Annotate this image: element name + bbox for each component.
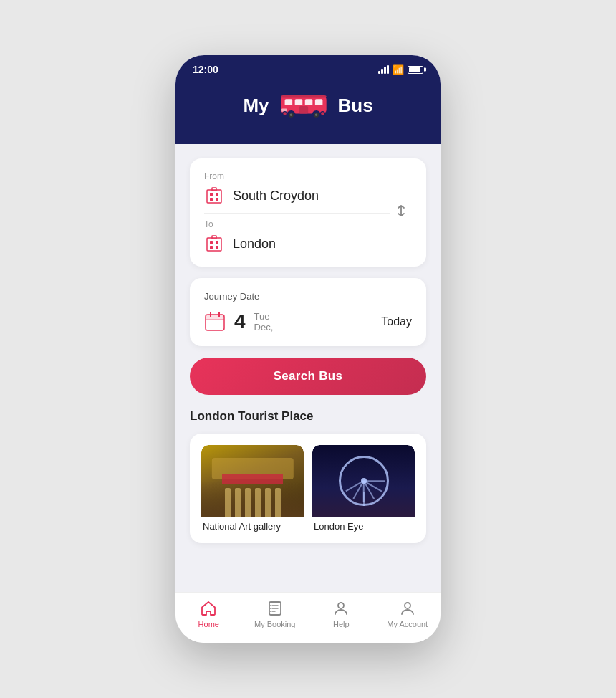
help-icon: [332, 600, 350, 617]
svg-point-13: [289, 113, 292, 116]
calendar-icon: [204, 311, 226, 333]
status-icons: 📶: [378, 64, 423, 75]
date-month-info: Tue Dec,: [254, 311, 274, 333]
bus-icon: [278, 87, 329, 124]
svg-rect-27: [210, 246, 213, 249]
date-left: 4 Tue Dec,: [204, 310, 273, 333]
national-gallery-image: [201, 445, 304, 517]
status-bar: 12:00 📶: [175, 55, 441, 75]
svg-rect-5: [299, 106, 307, 114]
svg-rect-25: [210, 241, 213, 244]
svg-rect-4: [314, 99, 322, 105]
today-label: Today: [381, 315, 412, 328]
nav-help[interactable]: Help: [319, 600, 362, 628]
svg-rect-21: [210, 198, 213, 201]
to-label: To: [204, 219, 390, 229]
svg-point-40: [270, 608, 271, 609]
date-card: Journey Date 4 Tue Dec,: [190, 278, 426, 346]
route-info: From South Croydon To: [204, 171, 390, 254]
tourist-section-title: London Tourist Place: [190, 409, 426, 424]
route-card: From South Croydon To: [190, 158, 426, 267]
svg-rect-18: [207, 190, 221, 203]
svg-point-8: [283, 112, 286, 115]
nav-my-account[interactable]: My Account: [386, 600, 429, 628]
phone-frame: 12:00 📶 My: [175, 55, 441, 643]
national-gallery-name: National Art gallery: [201, 517, 304, 532]
wifi-icon: 📶: [393, 64, 404, 75]
battery-icon: [408, 66, 423, 74]
date-day-of-week: Tue: [254, 311, 274, 322]
svg-rect-19: [210, 193, 213, 196]
to-row[interactable]: London: [204, 234, 390, 254]
app-header: My: [175, 75, 441, 144]
main-content: From South Croydon To: [175, 144, 441, 592]
search-bus-button[interactable]: Search Bus: [190, 358, 426, 395]
svg-point-41: [270, 611, 271, 612]
svg-rect-26: [216, 241, 218, 244]
help-label: Help: [333, 620, 350, 628]
gallery-banner: [222, 474, 284, 484]
svg-rect-28: [216, 246, 218, 249]
gallery-columns: [225, 488, 281, 517]
tourist-item-national-gallery[interactable]: National Art gallery: [201, 445, 304, 532]
tourist-item-london-eye[interactable]: London Eye: [312, 445, 415, 532]
signal-icon: [378, 65, 389, 74]
date-row[interactable]: 4 Tue Dec, Today: [204, 310, 412, 333]
booking-label: My Booking: [254, 620, 295, 628]
tourist-grid: National Art gallery: [201, 445, 415, 532]
svg-rect-34: [206, 315, 224, 320]
svg-rect-22: [216, 198, 218, 201]
svg-point-16: [314, 113, 317, 116]
status-time: 12:00: [193, 64, 218, 75]
header-bus: Bus: [338, 95, 373, 117]
london-eye-image: [312, 445, 415, 517]
nav-my-booking[interactable]: My Booking: [254, 600, 297, 628]
svg-point-39: [270, 605, 271, 606]
svg-rect-17: [281, 95, 326, 98]
home-icon: [200, 600, 217, 617]
nav-home[interactable]: Home: [187, 600, 230, 628]
to-value: London: [233, 236, 390, 252]
london-eye-name: London Eye: [312, 517, 415, 532]
svg-rect-20: [216, 193, 218, 196]
account-label: My Account: [387, 620, 428, 628]
svg-rect-29: [212, 236, 216, 239]
bottom-nav: Home My Booking Help: [175, 592, 441, 643]
svg-point-10: [321, 112, 324, 115]
home-label: Home: [198, 620, 219, 628]
journey-date-label: Journey Date: [204, 291, 412, 302]
from-value: South Croydon: [233, 188, 390, 204]
date-month: Dec,: [254, 322, 274, 333]
svg-rect-3: [304, 99, 312, 105]
building-to-icon: [204, 234, 224, 254]
booking-icon: [266, 600, 284, 617]
header-my: My: [243, 95, 269, 117]
account-icon: [399, 600, 416, 617]
svg-rect-24: [207, 238, 221, 251]
route-divider: [204, 213, 390, 214]
tourist-card: National Art gallery: [190, 434, 426, 543]
svg-rect-2: [294, 99, 302, 105]
building-from-icon: [204, 186, 224, 206]
svg-point-43: [405, 603, 410, 608]
svg-rect-23: [212, 188, 216, 191]
from-label: From: [204, 171, 390, 181]
svg-point-42: [338, 603, 344, 608]
swap-container: [390, 171, 412, 254]
swap-button[interactable]: [390, 200, 412, 225]
date-day-number: 4: [234, 310, 246, 333]
from-row[interactable]: South Croydon: [204, 186, 390, 206]
svg-rect-1: [284, 99, 292, 105]
